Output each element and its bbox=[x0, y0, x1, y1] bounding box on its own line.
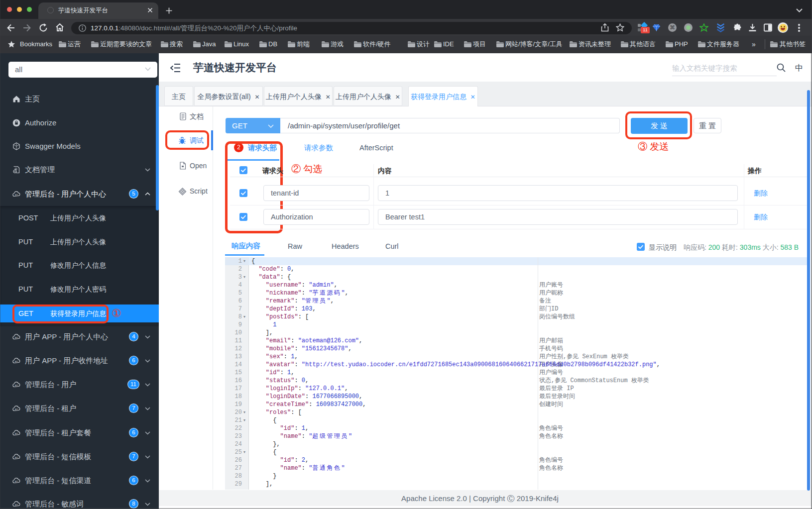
svg-text:API: API bbox=[15, 481, 18, 483]
svg-text:API: API bbox=[15, 408, 18, 410]
svg-text:API: API bbox=[15, 433, 18, 435]
svg-text:API: API bbox=[15, 337, 18, 339]
svg-text:API: API bbox=[15, 504, 18, 506]
svg-text:API: API bbox=[15, 457, 18, 459]
svg-text:API: API bbox=[15, 361, 18, 363]
svg-text:API: API bbox=[15, 194, 18, 196]
svg-text:API: API bbox=[15, 385, 18, 387]
